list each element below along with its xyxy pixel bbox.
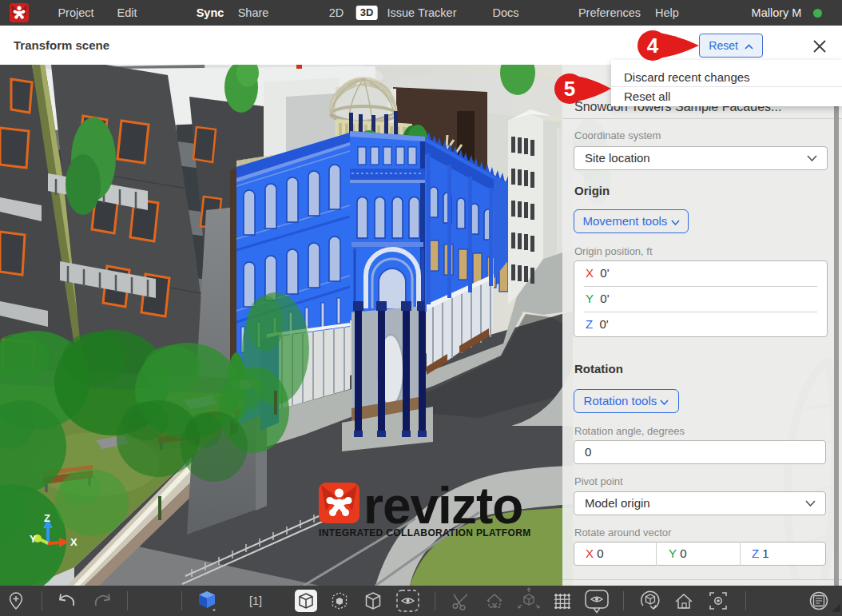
svg-text:INTEGRATED COLLABORATION PLATF: INTEGRATED COLLABORATION PLATFORM bbox=[319, 527, 531, 539]
svg-text:Y: Y bbox=[30, 533, 37, 545]
svg-text:Z: Z bbox=[44, 512, 50, 524]
svg-text:revizto: revizto bbox=[363, 477, 522, 535]
svg-text:4: 4 bbox=[647, 34, 659, 58]
svg-text:X: X bbox=[70, 536, 77, 548]
svg-text:[1]: [1] bbox=[249, 594, 262, 607]
svg-text:5: 5 bbox=[564, 77, 575, 101]
